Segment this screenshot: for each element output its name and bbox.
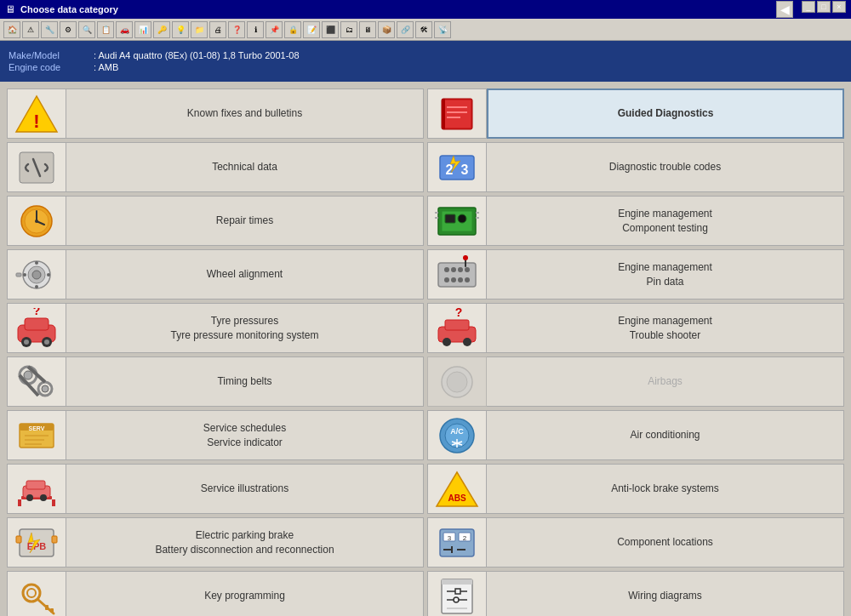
toolbar-btn-6[interactable]: 📋 [97,21,114,38]
engine-component-icon[interactable] [427,196,487,246]
svg-point-15 [47,273,50,277]
timing-belts-label[interactable]: Timing belts [66,356,424,407]
toolbar-btn-11[interactable]: 📁 [191,21,208,38]
svg-point-28 [24,371,32,379]
engine-trouble-icon[interactable]: ? [427,303,487,353]
svg-point-75 [465,267,470,272]
toolbar-btn-1[interactable]: 🏠 [3,21,20,38]
toolbar-btn-18[interactable]: ⬛ [322,21,339,38]
svg-rect-58 [442,99,445,129]
wheel-alignment-label[interactable]: Wheel alignment [66,249,424,299]
wiring-diagrams-icon[interactable] [427,571,487,616]
list-item: EPB Electric parking brake Battery disco… [7,517,424,568]
engine-pin-label[interactable]: Engine management Pin data [487,249,844,299]
toolbar-btn-5[interactable]: 🔍 [78,21,95,38]
repair-times-label[interactable]: Repair times [66,196,424,246]
component-locations-icon[interactable]: 3 2 [427,517,487,568]
svg-point-72 [444,267,449,272]
dtc-icon[interactable]: 2 3 [427,142,487,192]
svg-rect-71 [438,263,476,287]
repair-times-icon[interactable] [7,196,66,246]
svg-point-8 [35,220,38,223]
tyre-pressures-icon[interactable]: ? [7,303,66,353]
service-illustrations-label[interactable]: Service illustrations [66,464,424,514]
svg-point-66 [458,214,466,223]
list-item: SERV Service schedules Service indicator [7,410,424,460]
key-programming-icon[interactable] [7,571,66,616]
nav-btn[interactable]: ◀ [776,1,793,18]
toolbar-btn-22[interactable]: 🔗 [397,21,414,38]
technical-data-label[interactable]: Technical data [66,142,424,192]
service-schedules-icon[interactable]: SERV [7,410,66,460]
maximize-btn[interactable]: □ [817,1,831,13]
list-item: Key programming [7,571,424,616]
toolbar-btn-12[interactable]: 🖨 [209,21,226,38]
electric-parking-label[interactable]: Electric parking brake Battery disconnec… [66,517,424,568]
svg-point-81 [463,255,468,260]
list-item: Wiring diagrams [427,571,844,616]
svg-point-13 [35,285,38,288]
window-controls[interactable]: ◀ _ □ × [776,1,846,18]
wiring-diagrams-label[interactable]: Wiring diagrams [487,571,844,616]
toolbar-btn-17[interactable]: 📝 [303,21,320,38]
ac-icon[interactable]: A/C [427,410,487,460]
svg-point-21 [44,339,49,345]
list-item: 3 2 Component locations [427,517,844,568]
electric-parking-icon[interactable]: EPB [7,517,66,568]
toolbar-btn-2[interactable]: ⚠ [22,21,39,38]
minimize-btn[interactable]: _ [802,1,815,13]
service-illustrations-icon[interactable] [7,464,66,514]
airbags-icon[interactable] [427,356,487,407]
wheel-alignment-icon[interactable] [7,249,66,299]
toolbar-btn-7[interactable]: 🚗 [116,21,133,38]
toolbar-btn-4[interactable]: ⚙ [60,21,77,38]
dtc-label[interactable]: Diagnostic trouble codes [487,142,844,192]
engine-component-label[interactable]: Engine management Component testing [487,196,844,246]
ac-label[interactable]: Air conditioning [487,410,844,460]
toolbar-btn-23[interactable]: 🛠 [415,21,432,38]
svg-point-73 [451,267,456,272]
toolbar-btn-10[interactable]: 💡 [172,21,189,38]
engine-pin-icon[interactable] [427,249,487,299]
toolbar-btn-15[interactable]: 📌 [266,21,283,38]
svg-rect-40 [26,481,45,489]
svg-text:A/C: A/C [450,427,464,436]
guided-diagnostics-icon[interactable] [427,88,487,139]
toolbar-btn-19[interactable]: 🗂 [340,21,357,38]
known-fixes-label[interactable]: Known fixes and bulletins [66,88,424,139]
service-schedules-label[interactable]: Service schedules Service indicator [66,410,424,460]
engine-code-label: Engine code [9,62,85,72]
tyre-pressures-label[interactable]: Tyre pressures Tyre pressure monitoring … [66,303,424,353]
known-fixes-icon[interactable]: ! [7,88,66,139]
toolbar-btn-16[interactable]: 🔒 [284,21,301,38]
toolbar-btn-14[interactable]: ℹ [247,21,264,38]
list-item: Wheel alignment [7,249,424,299]
engine-trouble-label[interactable]: Engine management Trouble shooter [487,303,844,353]
toolbar-btn-3[interactable]: 🔧 [41,21,58,38]
toolbar-btn-21[interactable]: 📦 [378,21,395,38]
list-item: Service illustrations [7,464,424,514]
technical-data-icon[interactable] [7,142,66,192]
close-btn[interactable]: × [832,1,846,13]
toolbar-btn-8[interactable]: 📊 [134,21,151,38]
svg-rect-16 [16,273,21,277]
component-locations-label[interactable]: Component locations [487,517,844,568]
toolbar-btn-13[interactable]: ❓ [228,21,245,38]
svg-point-78 [458,277,463,282]
key-programming-label[interactable]: Key programming [66,571,424,616]
svg-rect-106 [442,579,472,585]
toolbar-btn-9[interactable]: 🔑 [153,21,170,38]
toolbar-btn-24[interactable]: 📡 [434,21,451,38]
toolbar-btn-20[interactable]: 🖥 [359,21,376,38]
timing-belts-icon[interactable] [7,356,66,407]
airbags-label[interactable]: Airbags [487,356,844,407]
guided-diagnostics-label[interactable]: Guided Diagnostics [487,88,844,139]
svg-rect-37 [18,499,21,506]
svg-point-74 [458,267,463,272]
list-item: ? Engine management Trouble shooter [427,303,844,353]
svg-rect-54 [443,100,471,128]
abs-icon[interactable]: ABS [427,464,487,514]
list-item: Technical data [7,142,424,192]
svg-point-19 [24,339,29,345]
abs-label[interactable]: Anti-lock brake systems [487,464,844,514]
